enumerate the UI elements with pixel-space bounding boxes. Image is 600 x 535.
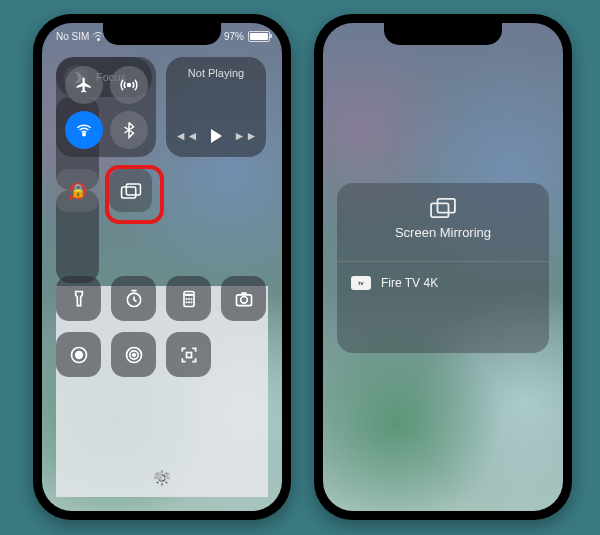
screen-mirroring-tile[interactable]: [109, 169, 152, 212]
cellular-icon: [120, 76, 138, 94]
camera-icon: [234, 289, 254, 309]
screen-record-tile[interactable]: [56, 332, 101, 377]
screen-right: Screen Mirroring tv Fire TV 4K: [323, 23, 563, 511]
svg-rect-15: [431, 203, 448, 217]
svg-point-8: [240, 296, 247, 303]
device-name: Fire TV 4K: [381, 276, 438, 290]
svg-rect-3: [126, 183, 140, 194]
svg-rect-14: [186, 352, 191, 357]
next-track-button[interactable]: ►►: [234, 129, 258, 143]
iphone-left-mockup: No SIM ➤ 97%: [33, 14, 291, 520]
screen-mirroring-title: Screen Mirroring: [395, 225, 491, 240]
airplane-mode-toggle[interactable]: [65, 66, 103, 104]
accessibility-tile[interactable]: [111, 332, 156, 377]
notch: [103, 23, 221, 45]
record-icon: [69, 345, 89, 365]
calculator-tile[interactable]: [166, 276, 211, 321]
rotation-lock-tile[interactable]: 🔒: [56, 169, 99, 212]
timer-tile[interactable]: [111, 276, 156, 321]
flashlight-icon: [69, 289, 89, 309]
timer-icon: [124, 289, 144, 309]
lock-icon: 🔒: [70, 183, 86, 198]
mirroring-device-row[interactable]: tv Fire TV 4K: [337, 261, 549, 304]
volume-mute-icon: [152, 467, 172, 485]
play-button[interactable]: [211, 129, 222, 143]
svg-point-13: [132, 353, 135, 356]
notch: [384, 23, 502, 45]
device-type-badge: tv: [351, 276, 371, 290]
wifi-icon: [75, 121, 93, 139]
wifi-toggle[interactable]: [65, 111, 103, 149]
airplane-icon: [75, 76, 93, 94]
camera-tile[interactable]: [221, 276, 266, 321]
connectivity-panel[interactable]: [56, 57, 156, 157]
qr-scan-tile[interactable]: [166, 332, 211, 377]
qr-icon: [179, 345, 199, 365]
calculator-icon: [179, 289, 199, 309]
svg-point-0: [127, 83, 130, 86]
svg-point-10: [75, 351, 82, 358]
screen-mirroring-icon: [120, 182, 142, 200]
control-center: Not Playing ◄◄ ►► 🔒: [56, 57, 268, 497]
iphone-right-mockup: Screen Mirroring tv Fire TV 4K: [314, 14, 572, 520]
svg-point-1: [82, 133, 84, 135]
accessibility-icon: [124, 345, 144, 365]
battery-percent: 97%: [224, 31, 244, 42]
carrier-label: No SIM: [56, 31, 89, 42]
flashlight-tile[interactable]: [56, 276, 101, 321]
media-panel[interactable]: Not Playing ◄◄ ►►: [166, 57, 266, 157]
now-playing-label: Not Playing: [166, 67, 266, 79]
screen-mirroring-sheet: Screen Mirroring tv Fire TV 4K: [337, 183, 549, 353]
svg-rect-2: [121, 187, 135, 198]
bluetooth-icon: [120, 121, 138, 139]
screen-mirroring-icon: [429, 197, 457, 219]
battery-icon: [248, 31, 270, 42]
bluetooth-toggle[interactable]: [110, 111, 148, 149]
cellular-data-toggle[interactable]: [110, 66, 148, 104]
svg-rect-16: [438, 199, 455, 213]
screen-left: No SIM ➤ 97%: [42, 23, 282, 511]
prev-track-button[interactable]: ◄◄: [175, 129, 199, 143]
